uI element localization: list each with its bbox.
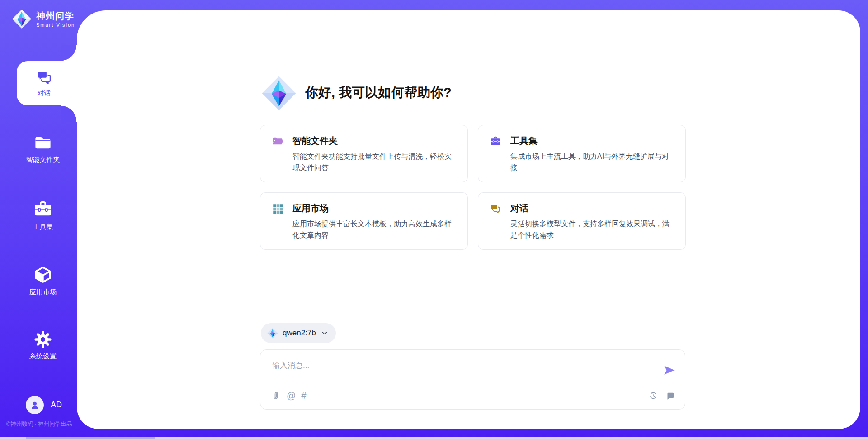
message-input[interactable] <box>271 356 653 375</box>
sidebar-item-label: 系统设置 <box>29 352 57 361</box>
brand-diamond-icon <box>267 328 278 339</box>
card-description: 智能文件夹功能支持批量文件上传与清洗，轻松实现文件问答 <box>292 151 456 174</box>
chat-icon <box>36 69 53 86</box>
card-title: 工具集 <box>510 135 538 147</box>
sidebar-item-app-market[interactable]: 应用市场 <box>0 265 77 296</box>
card-smart-folder[interactable]: 智能文件夹 智能文件夹功能支持批量文件上传与清洗，轻松实现文件问答 <box>260 125 468 182</box>
brand-diamond-icon <box>12 9 32 29</box>
history-icon[interactable] <box>648 391 659 401</box>
toolbox-icon <box>33 199 53 219</box>
sidebar-item-chat[interactable]: 对话 <box>17 61 77 105</box>
person-icon <box>29 399 41 411</box>
card-description: 应用市场提供丰富长文本模板，助力高效生成多样化文章内容 <box>292 219 456 241</box>
card-description: 灵活切换多模型文件，支持多样回复效果调试，满足个性化需求 <box>510 219 674 241</box>
card-app-market[interactable]: 应用市场 应用市场提供丰富长文本模板，助力高效生成多样化文章内容 <box>260 192 468 250</box>
brand-title: 神州问学 <box>36 11 75 21</box>
chat-icon <box>490 203 501 215</box>
at-sign-icon[interactable]: @ <box>287 390 296 401</box>
gear-icon <box>34 330 52 348</box>
footer-credit: ©神州数码 · 神州问学出品 <box>6 420 78 428</box>
model-selector[interactable]: qwen2:7b <box>261 323 336 343</box>
card-description: 集成市场上主流工具，助力AI与外界无缝扩展与对接 <box>510 151 674 174</box>
chat-bubble-icon[interactable] <box>665 391 676 401</box>
folder-icon <box>33 133 52 152</box>
sidebar-item-settings[interactable]: 系统设置 <box>0 330 77 361</box>
card-title: 应用市场 <box>292 202 329 215</box>
sidebar-item-label: 应用市场 <box>29 288 57 296</box>
sidebar-item-smart-folder[interactable]: 智能文件夹 <box>0 133 77 164</box>
brand-logo: 神州问学 Smart Vision <box>12 9 75 29</box>
sidebar-item-label: 工具集 <box>33 223 53 231</box>
composer-divider <box>270 384 675 384</box>
tab-fillet-top <box>61 45 77 61</box>
message-composer: @ # <box>260 349 685 410</box>
card-title: 对话 <box>510 202 528 215</box>
sidebar-item-label: 智能文件夹 <box>26 156 60 164</box>
sidebar-item-toolset[interactable]: 工具集 <box>0 199 77 231</box>
chevron-down-icon <box>321 329 329 337</box>
toolbox-icon <box>490 135 501 147</box>
user-avatar[interactable] <box>26 396 44 414</box>
brand-subtitle: Smart Vision <box>36 22 75 28</box>
folder-open-icon <box>272 135 283 147</box>
card-title: 智能文件夹 <box>292 135 338 147</box>
send-icon[interactable] <box>662 363 676 377</box>
horizontal-scrollbar[interactable] <box>0 437 868 439</box>
brand-diamond-icon <box>261 76 297 111</box>
card-chat[interactable]: 对话 灵活切换多模型文件，支持多样回复效果调试，满足个性化需求 <box>478 192 686 250</box>
main-panel: 你好, 我可以如何帮助你? 智能文件夹 智能文件夹功能支持批量文件上传与清洗，轻… <box>77 10 860 429</box>
feature-cards: 智能文件夹 智能文件夹功能支持批量文件上传与清洗，轻松实现文件问答 工具集 集成… <box>260 125 686 250</box>
model-name: qwen2:7b <box>283 329 316 338</box>
page-title: 你好, 我可以如何帮助你? <box>305 84 452 102</box>
app-grid-icon <box>272 203 283 215</box>
card-toolset[interactable]: 工具集 集成市场上主流工具，助力AI与外界无缝扩展与对接 <box>478 125 686 182</box>
tab-fillet-bottom <box>61 105 77 122</box>
scrollbar-thumb[interactable] <box>26 437 155 439</box>
cube-icon <box>33 265 52 284</box>
hash-icon[interactable]: # <box>301 390 306 401</box>
paperclip-icon[interactable] <box>270 390 281 401</box>
sidebar-item-label: 对话 <box>38 89 51 98</box>
user-initials: AD <box>51 400 62 410</box>
